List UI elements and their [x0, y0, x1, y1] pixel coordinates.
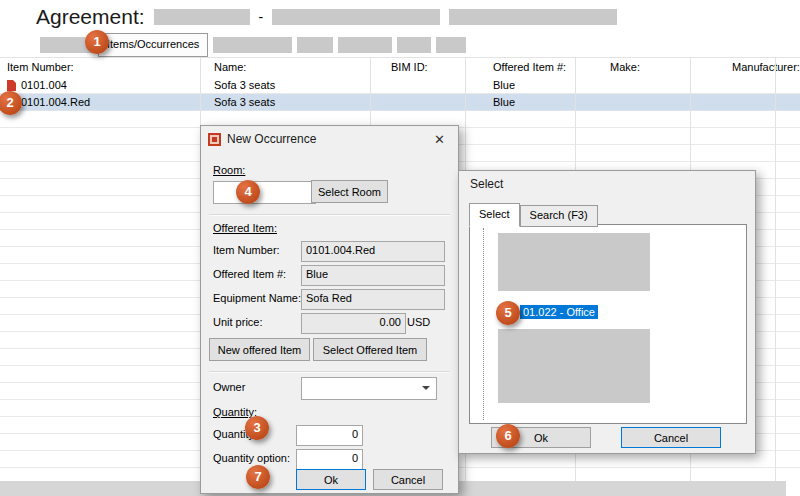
unit-price-field[interactable]: 0.00 [301, 313, 406, 334]
redacted-agreement-info [449, 9, 617, 25]
redacted-tab[interactable] [297, 37, 333, 53]
redacted-tab[interactable] [338, 37, 392, 53]
item-number-label: Item Number: [213, 244, 280, 256]
cell-item-number: 0101.004 [0, 77, 207, 94]
cancel-button[interactable]: Cancel [373, 469, 443, 490]
equipment-name-label: Equipment Name: [213, 292, 301, 304]
redacted-tab[interactable] [213, 37, 292, 53]
col-offered-item[interactable]: Offered Item #: [486, 58, 603, 77]
unit-price-label: Unit price: [213, 316, 263, 328]
quantity-option-label: Quantity option: [213, 452, 290, 464]
callout-badge-6: 6 [496, 424, 520, 448]
header-separator: - [259, 9, 264, 25]
agreement-header: Agreement: - [0, 0, 800, 33]
item-number-field[interactable]: 0101.004.Red [301, 241, 445, 262]
owner-label: Owner [213, 381, 245, 393]
col-item-number[interactable]: Item Number: [0, 58, 207, 77]
callout-badge-5: 5 [496, 301, 520, 325]
room-field[interactable] [213, 181, 316, 204]
col-name[interactable]: Name: [207, 58, 384, 77]
tab-items-occurrences[interactable]: Items/Occurrences [98, 33, 208, 57]
tab-search-f3[interactable]: Search (F3) [520, 205, 598, 227]
page-title: Agreement: [36, 5, 145, 29]
tab-select[interactable]: Select [469, 203, 520, 227]
separator [209, 214, 450, 216]
document-icon [7, 80, 16, 91]
cancel-button[interactable]: Cancel [621, 427, 721, 448]
tree-item-selected[interactable]: 01.022 - Office [520, 305, 598, 319]
cell-name: Sofa 3 seats [207, 94, 384, 111]
redacted-tab[interactable] [397, 37, 431, 53]
table-row-selected[interactable]: 0101.004.Red Sofa 3 seats Blue [0, 94, 800, 111]
cell-make [603, 94, 725, 111]
ok-button[interactable]: Ok [296, 469, 366, 490]
cell-name: Sofa 3 seats [207, 77, 384, 94]
dialog-title: New Occurrence [227, 132, 316, 146]
cell-offered-item: Blue [486, 94, 603, 111]
col-manufacturer[interactable]: Manufacturer: [725, 58, 800, 77]
cell-offered-item: Blue [486, 77, 603, 94]
chevron-down-icon [422, 386, 430, 390]
redacted-tree-items[interactable] [498, 233, 650, 291]
cell-manufacturer [725, 77, 800, 94]
quantity-field[interactable]: 0 [296, 425, 363, 446]
owner-dropdown[interactable] [301, 377, 437, 400]
item-number-text: 0101.004.Red [21, 94, 90, 111]
offered-item-no-label: Offered Item #: [213, 268, 286, 280]
quantity-section-label: Quantity: [213, 406, 257, 418]
dialog-title-bar[interactable]: Select [459, 171, 755, 197]
cell-item-number: 0101.004.Red [0, 94, 207, 111]
redacted-agreement-name [272, 9, 440, 25]
callout-badge-7: 7 [246, 465, 270, 489]
select-room-button[interactable]: Select Room [311, 180, 388, 203]
tree-guide-line [483, 228, 484, 420]
separator [209, 371, 450, 373]
new-occurrence-dialog: New Occurrence ✕ Room: Select Room Offer… [200, 125, 459, 494]
item-number-text: 0101.004 [21, 77, 67, 94]
callout-badge-1: 1 [85, 30, 109, 54]
table-row[interactable]: 0101.004 Sofa 3 seats Blue [0, 77, 800, 94]
dialog-title-bar[interactable]: New Occurrence ✕ [201, 126, 458, 152]
cell-bim-id [384, 77, 486, 94]
redacted-tree-items[interactable] [498, 329, 650, 403]
select-dialog-tabs: Select Search (F3) [469, 203, 598, 227]
offered-item-no-field[interactable]: Blue [301, 265, 445, 286]
redacted-agreement-id [154, 9, 250, 25]
table-header-row: Item Number: Name: BIM ID: Offered Item … [0, 57, 800, 78]
col-bim-id[interactable]: BIM ID: [384, 58, 486, 77]
select-offered-item-button[interactable]: Select Offered Item [313, 338, 427, 361]
cell-make [603, 77, 725, 94]
cell-bim-id [384, 94, 486, 111]
new-offered-item-button[interactable]: New offered Item [209, 338, 310, 361]
currency-label: USD [407, 316, 430, 328]
dialog-title: Select [470, 177, 503, 191]
occurrence-app-icon [208, 133, 221, 146]
col-make[interactable]: Make: [603, 58, 725, 77]
close-icon[interactable]: ✕ [428, 131, 451, 148]
offered-item-section-label: Offered Item: [213, 222, 277, 234]
quantity-option-field[interactable]: 0 [296, 449, 363, 470]
cell-manufacturer [725, 94, 800, 111]
app-window: Agreement: - Items/Occurrences Item Numb… [0, 0, 800, 496]
callout-badge-4: 4 [236, 180, 260, 204]
room-label: Room: [213, 164, 245, 176]
callout-badge-3: 3 [245, 416, 269, 440]
equipment-name-field[interactable]: Sofa Red [301, 289, 445, 310]
redacted-tab[interactable] [436, 37, 466, 53]
